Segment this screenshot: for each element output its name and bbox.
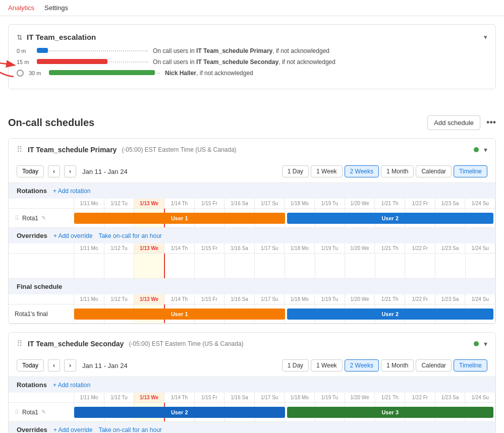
- final-section-primary: Final schedule: [9, 279, 495, 294]
- rotations-section-seconday: Rotations + Add rotation: [9, 377, 495, 393]
- add-rotation-link-seconday[interactable]: + Add rotation: [53, 382, 90, 389]
- escalation-row-0: 0 m On call users in IT Team_schedule Pr…: [17, 47, 487, 54]
- next-button-seconday[interactable]: ›: [64, 359, 76, 372]
- final-label-primary: Final schedule: [17, 283, 62, 290]
- rotations-label-seconday: Rotations: [17, 381, 47, 389]
- today-button-primary[interactable]: Today: [17, 165, 44, 177]
- escalation-header: ⇅ IT Team_escalation ▾: [17, 33, 487, 41]
- bar-30m: [49, 70, 160, 76]
- schedule-chevron-primary[interactable]: ▾: [484, 146, 487, 154]
- cal-toolbar-primary: Today ‹ › Jan 11 - Jan 24 1 Day 1 Week 2…: [9, 160, 495, 183]
- view-1month-primary[interactable]: 1 Month: [381, 165, 414, 177]
- date-range-primary: Jan 11 - Jan 24: [82, 168, 128, 175]
- user2-bar-primary: User 2: [287, 213, 493, 224]
- schedules-title: On-call schedules: [8, 117, 94, 129]
- schedule-tz-seconday: (-05:00) EST Eastern Time (US & Canada): [129, 340, 243, 347]
- view-options-seconday: 1 Day 1 Week 2 Weeks 1 Month Calendar Ti…: [282, 359, 487, 372]
- more-options-button[interactable]: •••: [486, 117, 496, 128]
- sort-handle-seconday[interactable]: ⠿: [17, 339, 23, 348]
- cal-label-col-f-primary: [9, 294, 74, 304]
- time-15m: 15 m: [17, 59, 32, 65]
- user1-bar-primary: User 1: [74, 213, 285, 224]
- add-schedule-button[interactable]: Add schedule: [427, 115, 480, 130]
- add-rotation-link-primary[interactable]: + Add rotation: [53, 188, 90, 195]
- take-oncall-link-primary[interactable]: Take on-call for an hour: [98, 232, 161, 239]
- take-oncall-link-seconday[interactable]: Take on-call for an hour: [98, 426, 161, 434]
- final-rota-label-primary: Rota1's final: [9, 304, 74, 323]
- day-13: 1/23 Sa: [435, 199, 466, 208]
- rotations-label-primary: Rotations: [17, 187, 47, 195]
- add-override-link-seconday[interactable]: + Add override: [53, 426, 93, 434]
- view-options-primary: 1 Day 1 Week 2 Weeks 1 Month Calendar Ti…: [282, 165, 487, 177]
- view-1week-seconday[interactable]: 1 Week: [311, 359, 342, 372]
- overrides-label-primary: Overrides: [17, 232, 47, 239]
- final-rota-name-primary: Rota1's final: [15, 311, 48, 318]
- cal-days-ov-primary: 1/11 Mo 1/12 Tu 1/13 We 1/14 Th 1/15 Fr …: [74, 243, 495, 253]
- escalation-title: IT Team_escalation: [27, 33, 96, 41]
- top-nav: Analytics Settings: [0, 0, 504, 16]
- rota1-row-primary: ⠿ Rota1 ✎: [9, 209, 495, 228]
- view-2weeks-primary[interactable]: 2 Weeks: [345, 165, 379, 177]
- row-desc-15: On call users in IT Team_schedule Second…: [153, 58, 335, 66]
- drag-handle: ⠿: [15, 215, 19, 222]
- view-timeline-primary[interactable]: Timeline: [454, 165, 487, 177]
- view-2weeks-seconday[interactable]: 2 Weeks: [345, 359, 379, 372]
- nav-analytics[interactable]: Analytics: [8, 4, 34, 12]
- rota1-row-seconday: ⠿ Rota1 ✎ User 2: [9, 403, 495, 422]
- overrides-label-seconday: Overrides: [17, 426, 47, 433]
- sort-icon: ⇅: [17, 33, 23, 41]
- day-12: 1/22 Fr: [405, 199, 435, 208]
- today-button-seconday[interactable]: Today: [17, 359, 44, 372]
- schedule-card-header-primary: ⠿ IT Team_schedule Primary (-05:00) EST …: [9, 139, 495, 160]
- user3-bar-seconday: User 3: [287, 407, 493, 418]
- final-rota-row-primary: Rota1's final User 1: [9, 304, 495, 324]
- prev-button-primary[interactable]: ‹: [48, 165, 60, 177]
- add-override-link-primary[interactable]: + Add override: [53, 232, 93, 239]
- cal-label-col-primary: [9, 199, 74, 208]
- view-1month-seconday[interactable]: 1 Month: [381, 359, 414, 372]
- edit-icon-seconday[interactable]: ✎: [41, 409, 46, 415]
- prev-button-seconday[interactable]: ‹: [48, 359, 60, 372]
- view-1day-seconday[interactable]: 1 Day: [282, 359, 309, 372]
- view-timeline-seconday[interactable]: Timeline: [454, 359, 487, 372]
- final-user1-bar-primary: User 1: [74, 308, 285, 320]
- header-actions: Add schedule •••: [427, 115, 496, 130]
- day-11: 1/21 Th: [375, 199, 405, 208]
- next-button-primary[interactable]: ›: [64, 165, 76, 177]
- cal-days-primary: 1/11 Mo 1/12 Tu 1/13 We 1/14 Th 1/15 Fr …: [74, 199, 495, 208]
- rota1-cells-primary: User 1 User 2: [74, 209, 495, 227]
- edit-icon-primary[interactable]: ✎: [41, 215, 46, 221]
- nav-settings[interactable]: Settings: [44, 4, 68, 12]
- sort-handle-primary[interactable]: ⠿: [17, 145, 23, 154]
- schedule-chevron-seconday[interactable]: ▾: [484, 340, 487, 348]
- day-9: 1/19 Tu: [315, 199, 345, 208]
- time-30m: 30 m: [29, 70, 44, 76]
- cal-header-seconday: 1/11 Mo 1/12 Tu 1/13 We 1/14 Th 1/15 Fr …: [9, 393, 495, 403]
- user2-bar-seconday: User 2: [74, 407, 285, 418]
- escalation-card: ⇅ IT Team_escalation ▾ 0 m On call users…: [8, 24, 496, 89]
- overrides-section-primary: Overrides + Add override Take on-call fo…: [9, 228, 495, 243]
- row-desc-30: Nick Haller, if not acknowledged: [165, 70, 253, 77]
- escalation-row-30: 30 m Nick Haller, if not acknowledged: [17, 70, 487, 77]
- schedules-section: On-call schedules Add schedule ••• ⠿ IT …: [8, 107, 496, 433]
- override-header-primary: 1/11 Mo 1/12 Tu 1/13 We 1/14 Th 1/15 Fr …: [9, 243, 495, 254]
- schedule-name-primary: IT Team_schedule Primary: [28, 146, 117, 154]
- rotations-section-primary: Rotations + Add rotation: [9, 183, 495, 199]
- view-1week-primary[interactable]: 1 Week: [311, 165, 342, 177]
- status-dot-seconday: [474, 341, 479, 346]
- day-6: 1/16 Sa: [225, 199, 255, 208]
- override-empty-row-primary: [9, 254, 495, 279]
- cal-label-col-ov-primary: [9, 243, 74, 253]
- view-calendar-primary[interactable]: Calendar: [416, 165, 452, 177]
- final-header-primary: 1/11 Mo 1/12 Tu 1/13 We 1/14 Th 1/15 Fr …: [9, 294, 495, 304]
- bar-0m: [37, 48, 148, 54]
- day-2: 1/12 Tu: [104, 199, 135, 208]
- view-1day-primary[interactable]: 1 Day: [282, 165, 309, 177]
- cal-days-seconday: 1/11 Mo 1/12 Tu 1/13 We 1/14 Th 1/15 Fr …: [74, 393, 495, 402]
- rota-name-seconday: Rota1: [22, 409, 38, 416]
- escalation-row-15: 15 m On call users in IT Team_schedule S…: [17, 58, 487, 66]
- final-user2-bar-primary: User 2: [287, 308, 493, 320]
- escalation-chevron[interactable]: ▾: [484, 33, 487, 41]
- view-calendar-seconday[interactable]: Calendar: [416, 359, 452, 372]
- time-icon-30m: [17, 70, 24, 77]
